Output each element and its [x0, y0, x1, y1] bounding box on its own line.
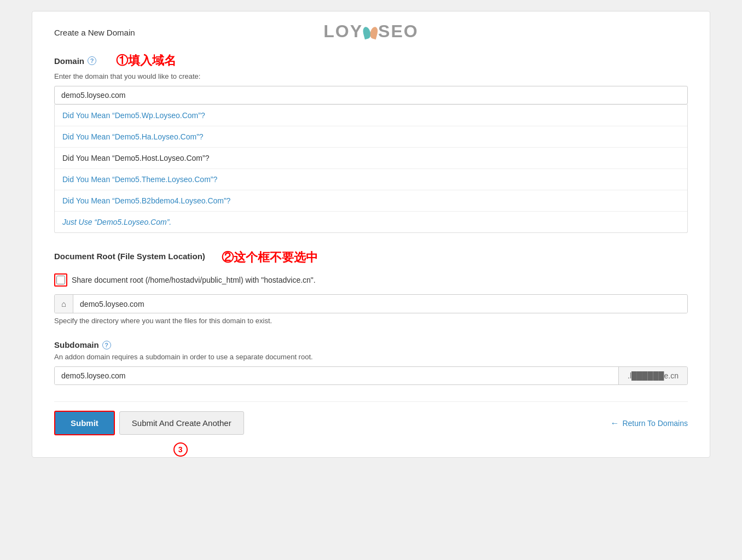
subdomain-input-wrapper: .l██████e.cn — [54, 366, 688, 385]
return-to-domains-link[interactable]: ← Return To Domains — [610, 418, 688, 428]
domain-section: Domain ? ①填入域名 Enter the domain that you… — [54, 52, 688, 233]
subdomain-section: Subdomain ? An addon domain requires a s… — [54, 340, 688, 385]
domain-description: Enter the domain that you would like to … — [54, 72, 688, 80]
logo-left: LOY — [323, 21, 363, 42]
domain-input-wrapper — [54, 86, 688, 104]
subdomain-input[interactable] — [55, 367, 618, 384]
share-root-label: Share document root (/home/hostadvi/publ… — [72, 276, 316, 284]
subdomain-description: An addon domain requires a subdomain in … — [54, 353, 688, 361]
footer-left: Submit Submit And Create Another 3 — [54, 411, 244, 435]
checkbox-highlight — [54, 273, 67, 287]
domain-label: Domain ? ①填入域名 — [54, 52, 688, 69]
suggestion-item-4[interactable]: Did You Mean “Demo5.Theme.Loyseo.Com”? — [55, 168, 687, 190]
annotation-3-wrapper: Submit And Create Another 3 — [119, 411, 244, 435]
subdomain-suffix: .l██████e.cn — [618, 367, 687, 384]
return-to-domains-label: Return To Domains — [622, 419, 688, 428]
main-card: Create a New Domain LOY SEO Domain ? ①填入… — [32, 11, 710, 458]
subdomain-help-icon[interactable]: ? — [102, 341, 111, 349]
suggestion-list: Did You Mean “Demo5.Wp.Loyseo.Com”? Did … — [54, 104, 688, 233]
share-root-checkbox[interactable] — [56, 276, 65, 284]
card-header: Create a New Domain LOY SEO — [54, 28, 688, 37]
create-another-button[interactable]: Submit And Create Another — [119, 411, 244, 435]
leaf-orange-icon — [369, 26, 379, 39]
submit-button[interactable]: Submit — [54, 411, 115, 435]
annotation-2: ②这个框不要选中 — [222, 249, 318, 266]
subdomain-label: Subdomain ? — [54, 340, 688, 349]
suggestion-item-6[interactable]: Just Use “Demo5.Loyseo.Com”. — [55, 211, 687, 232]
return-arrow-icon: ← — [610, 418, 619, 428]
annotation-3: 3 — [173, 441, 190, 457]
doc-root-input-wrapper: ⌂ — [54, 294, 688, 313]
footer-buttons: Submit Submit And Create Another 3 ← Ret… — [54, 401, 688, 435]
doc-root-hint: Specify the directory where you want the… — [54, 317, 688, 325]
suggestion-item-3[interactable]: Did You Mean “Demo5.Host.Loyseo.Com”? — [55, 147, 687, 168]
checkbox-wrapper: Share document root (/home/hostadvi/publ… — [54, 273, 688, 287]
logo-right: SEO — [378, 21, 419, 42]
doc-root-input[interactable] — [73, 295, 687, 313]
doc-root-section: Document Root (File System Location) ②这个… — [54, 249, 688, 325]
suggestion-item-2[interactable]: Did You Mean “Demo5.Ha.Loyseo.Com”? — [55, 126, 687, 147]
logo: LOY SEO — [323, 21, 418, 42]
doc-root-label: Document Root (File System Location) — [54, 252, 205, 261]
domain-help-icon[interactable]: ? — [88, 56, 96, 65]
suggestion-item-5[interactable]: Did You Mean “Demo5.B2bdemo4.Loyseo.Com”… — [55, 190, 687, 211]
suggestion-item-1[interactable]: Did You Mean “Demo5.Wp.Loyseo.Com”? — [55, 104, 687, 126]
annotation-1: ①填入域名 — [116, 52, 176, 69]
home-icon: ⌂ — [55, 295, 73, 313]
logo-leaves — [363, 26, 378, 38]
page-title: Create a New Domain — [54, 28, 135, 37]
domain-input[interactable] — [54, 86, 688, 104]
doc-root-header: Document Root (File System Location) ②这个… — [54, 249, 688, 266]
